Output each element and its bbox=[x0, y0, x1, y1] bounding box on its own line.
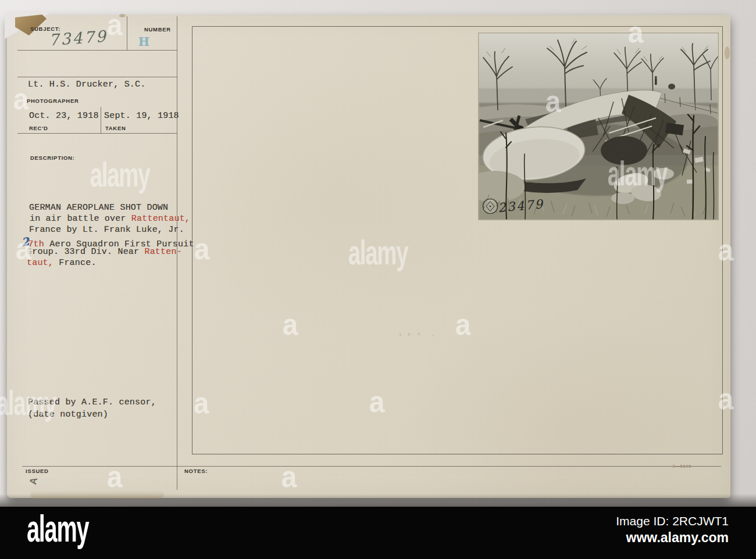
rule-dates-divider bbox=[101, 107, 101, 134]
description-line: France by Lt. Frank Luke, Jr. bbox=[29, 225, 194, 236]
description-segment: GERMAN AEROPLANE SHOT DOWN bbox=[29, 203, 168, 213]
number-label: NUMBER bbox=[144, 26, 171, 33]
description-line: Group. 33rd Div. Near Ratten- bbox=[27, 247, 194, 258]
description-segment: Ratten- bbox=[144, 247, 181, 257]
alamy-bottom-bar: alamy Image ID: 2RCJWT1 www.alamy.com bbox=[0, 507, 756, 559]
alamy-url-text: www.alamy.com bbox=[616, 529, 729, 546]
description-line: 27th Aero Squadron First Pursuit bbox=[29, 236, 194, 247]
description-lines: GERMAN AEROPLANE SHOT DOWNin air battle … bbox=[29, 203, 194, 269]
description-segment: G bbox=[27, 247, 32, 257]
notes-label: NOTES: bbox=[184, 468, 208, 474]
description-segment: taut, bbox=[27, 258, 54, 268]
description-line: GERMAN AEROPLANE SHOT DOWN bbox=[29, 203, 194, 214]
description-line: in air battle over Rattentaut, bbox=[30, 214, 194, 225]
image-id-block: Image ID: 2RCJWT1 www.alamy.com bbox=[616, 514, 729, 546]
photographer-name: Lt. H.S. Drucker, S.C. bbox=[28, 80, 145, 89]
number-stamp: H bbox=[138, 35, 149, 49]
description-segment: in air battle over bbox=[30, 214, 131, 224]
description-segment: France by Lt. Frank Luke, Jr. bbox=[29, 225, 184, 235]
description-line: taut, France. bbox=[27, 258, 194, 269]
description-segment: France. bbox=[54, 258, 97, 268]
censor-line-1: Passed by A.E.F. censor, bbox=[28, 397, 156, 407]
issued-label: ISSUED bbox=[26, 468, 49, 474]
wreck-photograph: SIGNAL CORPS 23479 bbox=[479, 33, 718, 220]
censor-line-2: (date notgiven) bbox=[28, 410, 108, 420]
bottom-edge-wear bbox=[30, 491, 164, 499]
right-edge-wear bbox=[725, 46, 730, 59]
photographer-label: PHOTOGRAPHER bbox=[27, 98, 79, 104]
scanned-photo-card-page: SUBJECT: 73479 NUMBER H Lt. H.S. Drucker… bbox=[0, 0, 756, 559]
form-number: 3—5605 bbox=[672, 464, 691, 469]
faint-ghost-stamp bbox=[397, 329, 437, 339]
alamy-logo: alamy bbox=[27, 510, 88, 547]
top-edge-nick bbox=[119, 14, 126, 17]
rule-subject-number-divider bbox=[127, 16, 127, 51]
rule-under-dates-row bbox=[17, 133, 177, 134]
description-segment: roup. 33rd Div. Near bbox=[32, 247, 144, 257]
photo-grain bbox=[479, 33, 718, 220]
description-label: DESCRIPTION: bbox=[30, 155, 75, 161]
rule-under-subject-row bbox=[17, 50, 177, 51]
taken-label: TAKEN bbox=[105, 125, 126, 131]
image-id-text: Image ID: 2RCJWT1 bbox=[616, 514, 729, 529]
description-segment: Rattentaut, bbox=[131, 214, 190, 224]
rule-above-photographer-row bbox=[17, 77, 177, 77]
received-label: REC'D bbox=[29, 125, 48, 131]
date-taken: Sept. 19, 1918 bbox=[104, 111, 179, 121]
rule-above-notes-row bbox=[22, 466, 721, 467]
date-received: Oct. 23, 1918 bbox=[29, 111, 99, 121]
